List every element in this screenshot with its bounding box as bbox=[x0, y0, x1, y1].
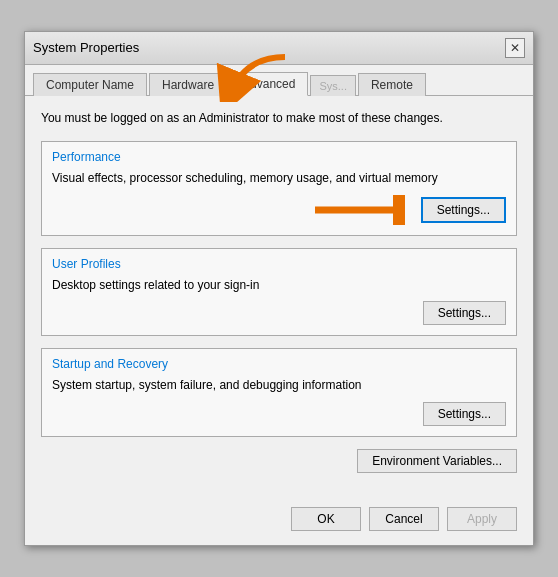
tab-computer-name[interactable]: Computer Name bbox=[33, 73, 147, 96]
arrow-container bbox=[315, 195, 405, 225]
performance-section: Performance Visual effects, processor sc… bbox=[41, 141, 517, 236]
user-profiles-section: User Profiles Desktop settings related t… bbox=[41, 248, 517, 337]
startup-recovery-description: System startup, system failure, and debu… bbox=[52, 377, 506, 394]
dialog-content: You must be logged on as an Administrato… bbox=[25, 96, 533, 497]
apply-button[interactable]: Apply bbox=[447, 507, 517, 531]
startup-recovery-btn-row: Settings... bbox=[52, 402, 506, 426]
environment-variables-button[interactable]: Environment Variables... bbox=[357, 449, 517, 473]
tab-arrow-svg bbox=[215, 52, 295, 102]
cancel-button[interactable]: Cancel bbox=[369, 507, 439, 531]
performance-settings-button[interactable]: Settings... bbox=[421, 197, 506, 223]
system-properties-dialog: System Properties ✕ Computer Name Hardwa… bbox=[24, 31, 534, 546]
performance-title: Performance bbox=[52, 150, 506, 164]
tab-system-protection[interactable]: Sys... bbox=[310, 75, 356, 96]
user-profiles-btn-row: Settings... bbox=[52, 301, 506, 325]
environment-variables-row: Environment Variables... bbox=[41, 449, 517, 483]
performance-btn-row: Settings... bbox=[52, 195, 506, 225]
user-profiles-title: User Profiles bbox=[52, 257, 506, 271]
startup-recovery-section: Startup and Recovery System startup, sys… bbox=[41, 348, 517, 437]
ok-button[interactable]: OK bbox=[291, 507, 361, 531]
bottom-button-bar: OK Cancel Apply bbox=[25, 497, 533, 545]
admin-notice: You must be logged on as an Administrato… bbox=[41, 110, 517, 127]
tab-remote[interactable]: Remote bbox=[358, 73, 426, 96]
right-arrow-svg bbox=[315, 195, 405, 225]
startup-recovery-title: Startup and Recovery bbox=[52, 357, 506, 371]
tab-arrow-annotation bbox=[215, 52, 295, 105]
startup-recovery-settings-button[interactable]: Settings... bbox=[423, 402, 506, 426]
user-profiles-settings-button[interactable]: Settings... bbox=[423, 301, 506, 325]
user-profiles-description: Desktop settings related to your sign-in bbox=[52, 277, 506, 294]
close-button[interactable]: ✕ bbox=[505, 38, 525, 58]
dialog-title: System Properties bbox=[33, 40, 139, 55]
performance-description: Visual effects, processor scheduling, me… bbox=[52, 170, 506, 187]
